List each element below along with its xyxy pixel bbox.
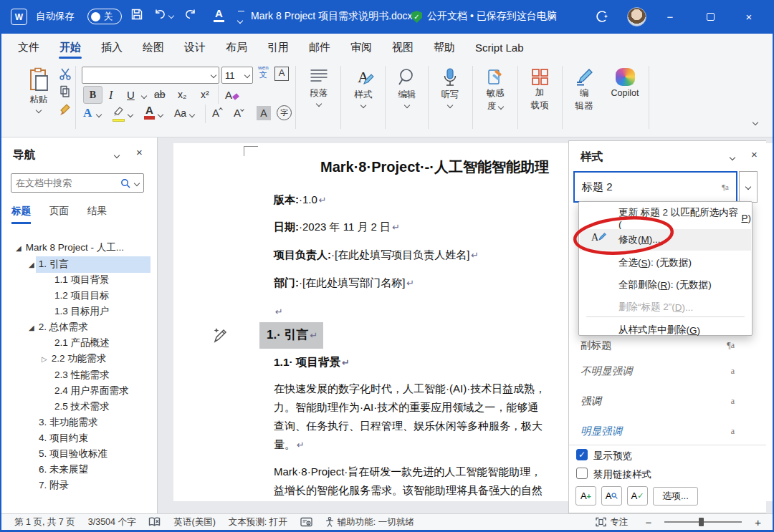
- style-item-subtle-emphasis[interactable]: 不明显强调: [580, 364, 633, 378]
- heading-1-1[interactable]: 1.1· 项目背景↵: [274, 355, 350, 370]
- copy-button[interactable]: [59, 85, 72, 101]
- paste-button[interactable]: 粘贴: [19, 67, 59, 112]
- nav-heading-item[interactable]: 7. 附录: [39, 478, 69, 493]
- expanded-triangle-icon[interactable]: ◢: [16, 244, 22, 252]
- autosave-toggle[interactable]: 关: [87, 9, 122, 24]
- copilot-margin-pen-icon[interactable]: [211, 326, 228, 347]
- menu-item-modify[interactable]: A 修改(M)...: [580, 229, 751, 251]
- nav-heading-item[interactable]: 5. 项目验收标准: [39, 446, 108, 462]
- superscript-button[interactable]: x²: [201, 89, 209, 100]
- nav-pane-menu-chevron[interactable]: [114, 153, 120, 158]
- nav-heading-item[interactable]: 1.1 项目背景: [54, 272, 110, 288]
- copilot-button[interactable]: Copilot: [605, 68, 645, 98]
- tab-review[interactable]: 审阅: [341, 36, 381, 59]
- tab-view[interactable]: 视图: [383, 36, 423, 59]
- empty-paragraph[interactable]: ↵: [274, 305, 283, 317]
- nav-heading-item[interactable]: 4. 项目约束: [39, 430, 88, 446]
- expanded-triangle-icon[interactable]: ◢: [29, 324, 34, 332]
- format-painter-button[interactable]: [59, 103, 72, 119]
- bold-button[interactable]: B: [83, 86, 102, 104]
- change-case-chevron[interactable]: [189, 112, 195, 117]
- enclose-characters-button[interactable]: 字: [277, 105, 292, 120]
- editor-button[interactable]: 编 辑器: [565, 68, 603, 112]
- shrink-font-button[interactable]: A: [234, 107, 244, 119]
- font-color-qat-icon[interactable]: A: [214, 7, 224, 22]
- minimize-button[interactable]: −: [655, 4, 685, 29]
- nav-heading-item-selected[interactable]: ◢1. 引言: [29, 256, 69, 272]
- doc-meta-line[interactable]: 日期:·2023 年 11 月 2 日↵: [274, 221, 400, 234]
- text-prediction[interactable]: 文本预测: 打开: [229, 516, 287, 528]
- styles-pane-menu-chevron[interactable]: [730, 155, 735, 160]
- style-item-intense-emphasis[interactable]: 明显强调: [580, 425, 622, 438]
- italic-button[interactable]: I: [109, 89, 113, 102]
- qat-customize-icon[interactable]: [238, 11, 244, 26]
- nav-heading-item[interactable]: ◢2. 总体需求: [29, 319, 88, 335]
- collapsed-triangle-icon[interactable]: ▷: [42, 355, 47, 363]
- doc-meta-line[interactable]: 版本:·1.0↵: [274, 193, 327, 207]
- nav-search-box[interactable]: 在文档中搜索: [11, 173, 144, 193]
- font-color-button[interactable]: A: [144, 105, 155, 120]
- character-border-button[interactable]: A: [274, 67, 289, 81]
- zoom-in-button[interactable]: +: [755, 516, 761, 528]
- nav-heading-item[interactable]: 2.1 产品概述: [54, 335, 110, 351]
- body-line[interactable]: 量。↵: [274, 438, 305, 452]
- nav-heading-item[interactable]: 2.4 用户界面需求: [54, 383, 129, 399]
- body-line[interactable]: 益增长的智能化服务需求。该智能助理将具备强大的自然: [274, 484, 543, 498]
- tab-mailings[interactable]: 邮件: [300, 36, 340, 59]
- zoom-slider[interactable]: [664, 521, 742, 523]
- underline-dropdown-chevron[interactable]: [141, 93, 147, 99]
- expanded-triangle-icon[interactable]: ◢: [29, 261, 34, 269]
- accessibility-status[interactable]: 辅助功能: 一切就绪: [325, 516, 414, 528]
- body-line[interactable]: 在快速发展的数字化时代，人工智能·(AI)·技术日益成熟，: [274, 382, 545, 396]
- change-case-button[interactable]: Aa: [174, 107, 186, 119]
- proofing-icon[interactable]: [148, 517, 161, 527]
- styles-options-button[interactable]: 选项...: [653, 487, 698, 506]
- undo-button[interactable]: [153, 8, 167, 26]
- body-line[interactable]: Mark·8·Project·旨在研发一款先进的人工智能智能助理，: [274, 465, 541, 479]
- nav-heading-item[interactable]: 3. 非功能需求: [39, 415, 98, 430]
- body-line[interactable]: 查询、任务执行、日程管理、娱乐休闲等多种服务，极大: [274, 420, 543, 433]
- text-effects-button[interactable]: A: [83, 106, 92, 120]
- new-style-button[interactable]: A+: [575, 486, 596, 506]
- tab-help[interactable]: 帮助: [424, 36, 464, 59]
- tab-file[interactable]: 文件: [9, 36, 49, 59]
- font-color-chevron[interactable]: [158, 112, 163, 117]
- save-button[interactable]: [130, 8, 143, 26]
- nav-tab-results[interactable]: 结果: [87, 205, 107, 224]
- collapse-ribbon-chevron[interactable]: [752, 120, 758, 125]
- manage-styles-button[interactable]: A✓: [627, 486, 648, 506]
- character-shading-button[interactable]: A: [257, 106, 271, 120]
- page-indicator[interactable]: 第 1 页, 共 7 页: [14, 516, 75, 528]
- zoom-slider-track[interactable]: [664, 521, 742, 523]
- tab-design[interactable]: 设计: [175, 36, 215, 59]
- nav-heading-item[interactable]: 1.2 项目目标: [54, 288, 110, 304]
- copilot-titlebar-icon[interactable]: [595, 9, 609, 26]
- search-options-chevron[interactable]: [134, 180, 140, 185]
- tab-script-lab[interactable]: Script Lab: [466, 37, 533, 59]
- styles-gallery-button[interactable]: A 样式: [344, 68, 383, 107]
- maximize-button[interactable]: [695, 4, 725, 29]
- cut-button[interactable]: [59, 67, 72, 83]
- language-indicator[interactable]: 英语(美国): [173, 516, 215, 528]
- body-line[interactable]: 力。智能助理作为·AI·技术的重要应用领域之一，能够通: [274, 401, 538, 415]
- nav-heading-item[interactable]: 2.3 性能需求: [54, 367, 110, 383]
- style-inspector-button[interactable]: A: [601, 486, 622, 506]
- word-count[interactable]: 3/3504 个字: [88, 516, 136, 528]
- paragraph-group-button[interactable]: 段落: [300, 68, 338, 106]
- disable-linked-styles-checkbox[interactable]: [576, 468, 588, 479]
- styles-pane-close-icon[interactable]: ×: [751, 148, 758, 160]
- style-item-emphasis[interactable]: 强调: [580, 395, 601, 408]
- selected-heading-1[interactable]: 1.· 引言↵: [259, 322, 323, 349]
- highlight-color-button[interactable]: [113, 106, 125, 122]
- menu-item-clear-all[interactable]: 全部删除(R): (无数据): [580, 274, 751, 296]
- editing-group-button[interactable]: 编辑: [388, 68, 426, 107]
- dictate-button[interactable]: 听写: [431, 68, 469, 107]
- show-preview-checkbox[interactable]: ✓: [576, 449, 588, 460]
- word-app-icon[interactable]: W: [11, 9, 27, 25]
- style-item-heading2[interactable]: 标题 2 ¶a: [573, 171, 737, 203]
- doc-meta-line[interactable]: 项目负责人:·[在此处填写项目负责人姓名]↵: [274, 248, 479, 262]
- account-avatar[interactable]: [627, 7, 646, 26]
- search-icon[interactable]: [120, 178, 130, 188]
- tab-draw[interactable]: 绘图: [133, 36, 173, 59]
- menu-item-remove-from-gallery[interactable]: 从样式库中删除(G): [580, 319, 751, 341]
